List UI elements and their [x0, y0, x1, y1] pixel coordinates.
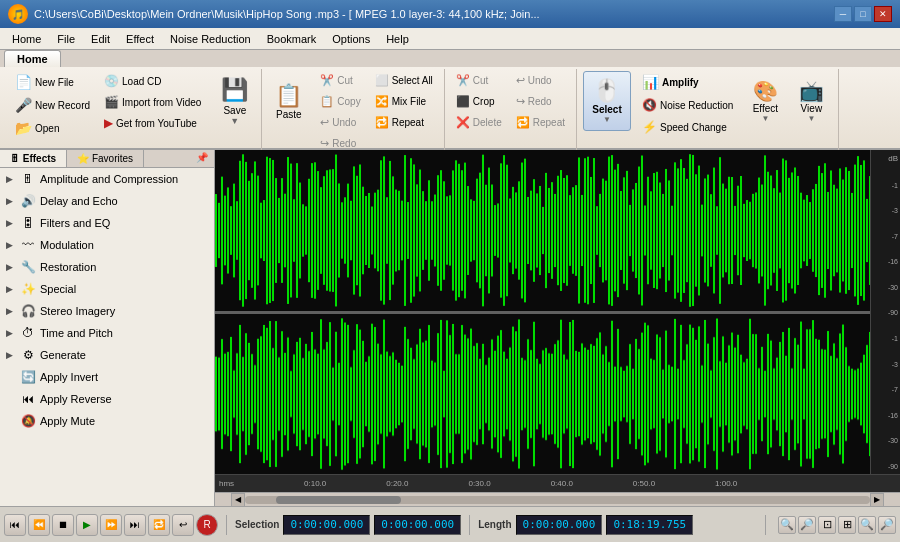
category-apply-reverse[interactable]: ⏮ Apply Reverse — [0, 388, 214, 410]
menu-help[interactable]: Help — [378, 31, 417, 47]
skip-forward-button[interactable]: ⏭ — [124, 514, 146, 536]
noise-reduction-button[interactable]: 🔇 Noise Reduction — [637, 95, 738, 115]
scroll-right-button[interactable]: ▶ — [870, 493, 884, 507]
scrollbar-horizontal[interactable]: ◀ ▶ — [215, 492, 900, 506]
category-amplitude[interactable]: ▶ 🎚 Amplitude and Compression — [0, 168, 214, 190]
length-end-field[interactable]: 0:18:19.755 — [606, 515, 693, 535]
expand-gen-icon: ▶ — [6, 350, 18, 360]
view-button[interactable]: 📺 View ▼ — [790, 71, 832, 131]
minimize-button[interactable]: ─ — [834, 6, 852, 22]
waveform-canvas[interactable] — [215, 150, 870, 474]
speed-change-button[interactable]: ⚡ Speed Change — [637, 117, 738, 137]
effects-list: ▶ 🎚 Amplitude and Compression ▶ 🔊 Delay … — [0, 168, 214, 506]
sidebar: 🎚 Effects ⭐ Favorites 📌 ▶ 🎚 Amplitude an… — [0, 150, 215, 506]
scroll-left-button[interactable]: ◀ — [231, 493, 245, 507]
undo-edit-button[interactable]: ↩ Undo — [511, 71, 570, 90]
category-apply-mute-label: Apply Mute — [40, 415, 95, 427]
stop-button[interactable]: ⏹ — [52, 514, 74, 536]
selection-start-field[interactable]: 0:00:00.000 — [283, 515, 370, 535]
loop2-button[interactable]: ↩ — [172, 514, 194, 536]
menu-effect[interactable]: Effect — [118, 31, 162, 47]
menu-file[interactable]: File — [49, 31, 83, 47]
select-all-button[interactable]: ⬜ Select All — [370, 71, 438, 90]
repeat-button[interactable]: 🔁 Repeat — [370, 113, 438, 132]
record-button[interactable]: R — [196, 514, 218, 536]
fast-back-button[interactable]: ⏪ — [28, 514, 50, 536]
category-stereo[interactable]: ▶ 🎧 Stereo Imagery — [0, 300, 214, 322]
delay-icon: 🔊 — [20, 193, 36, 209]
category-time-label: Time and Pitch — [40, 327, 113, 339]
menu-home[interactable]: Home — [4, 31, 49, 47]
menu-options[interactable]: Options — [324, 31, 378, 47]
scrollbar-thumb[interactable] — [276, 496, 401, 504]
new-record-button[interactable]: 🎤 New Record — [10, 94, 95, 116]
paste-button[interactable]: 📋 Paste — [268, 71, 309, 131]
close-button[interactable]: ✕ — [874, 6, 892, 22]
import-video-button[interactable]: 🎬 Import from Video — [99, 92, 206, 112]
mix-file-button[interactable]: 🔀 Mix File — [370, 92, 438, 111]
category-delay[interactable]: ▶ 🔊 Delay and Echo — [0, 190, 214, 212]
time-icon: ⏱ — [20, 325, 36, 341]
amplify-button[interactable]: 📊 Amplify — [637, 71, 738, 93]
save-button[interactable]: 💾 Save ▼ — [214, 71, 255, 131]
zoom-in-button[interactable]: 🔍 — [778, 516, 796, 534]
select-all-icon: ⬜ — [375, 74, 389, 87]
category-apply-invert[interactable]: 🔄 Apply Invert — [0, 366, 214, 388]
sidebar-pin-button[interactable]: 📌 — [190, 150, 214, 167]
load-cd-button[interactable]: 💿 Load CD — [99, 71, 206, 91]
new-file-icon: 📄 — [15, 74, 32, 90]
skip-back-button[interactable]: ⏮ — [4, 514, 26, 536]
loop-button[interactable]: 🔁 — [148, 514, 170, 536]
repeat-edit-button[interactable]: 🔁 Repeat — [511, 113, 570, 132]
redo-edit-button[interactable]: ↪ Redo — [511, 92, 570, 111]
paste-icon: 📋 — [275, 83, 302, 109]
maximize-button[interactable]: □ — [854, 6, 872, 22]
modulation-icon: 〰 — [20, 237, 36, 253]
new-file-button[interactable]: 📄 New File — [10, 71, 95, 93]
category-special[interactable]: ▶ ✨ Special — [0, 278, 214, 300]
category-restoration[interactable]: ▶ 🔧 Restoration — [0, 256, 214, 278]
menu-edit[interactable]: Edit — [83, 31, 118, 47]
status-sep1 — [226, 515, 227, 535]
category-time-pitch[interactable]: ▶ ⏱ Time and Pitch — [0, 322, 214, 344]
fast-forward-button[interactable]: ⏩ — [100, 514, 122, 536]
category-generate[interactable]: ▶ ⚙ Generate — [0, 344, 214, 366]
tab-effects[interactable]: 🎚 Effects — [0, 150, 67, 167]
effect-icon: 🎨 — [753, 79, 778, 103]
zoom-extra2[interactable]: 🔎 — [878, 516, 896, 534]
menu-bookmark[interactable]: Bookmark — [259, 31, 325, 47]
waveform-track-top[interactable] — [215, 150, 870, 311]
category-modulation-label: Modulation — [40, 239, 94, 251]
tab-favorites[interactable]: ⭐ Favorites — [67, 150, 144, 167]
get-youtube-icon: ▶ — [104, 116, 113, 130]
zoom-fit-button[interactable]: ⊡ — [818, 516, 836, 534]
cut-button[interactable]: ✂️ Cut — [315, 71, 365, 90]
effect-button[interactable]: 🎨 Effect ▼ — [744, 71, 786, 131]
open-button[interactable]: 📂 Open — [10, 117, 95, 139]
selection-end-field[interactable]: 0:00:00.000 — [374, 515, 461, 535]
get-youtube-button[interactable]: ▶ Get from YouTube — [99, 113, 206, 133]
tab-home[interactable]: Home — [4, 50, 61, 67]
db-label-1: -1 — [873, 182, 898, 189]
cut-edit-button[interactable]: ✂️ Cut — [451, 71, 507, 90]
waveform-track-bottom[interactable] — [215, 314, 870, 475]
redo-icon: ↪ — [320, 137, 329, 150]
ribbon-tabs: Home — [0, 50, 900, 67]
menu-noise-reduction[interactable]: Noise Reduction — [162, 31, 259, 47]
zoom-extra1[interactable]: 🔍 — [858, 516, 876, 534]
delete-button[interactable]: ❌ Delete — [451, 113, 507, 132]
expand-delay-icon: ▶ — [6, 196, 18, 206]
zoom-sel-button[interactable]: ⊞ — [838, 516, 856, 534]
length-start-field[interactable]: 0:00:00.000 — [516, 515, 603, 535]
category-modulation[interactable]: ▶ 〰 Modulation — [0, 234, 214, 256]
copy-button[interactable]: 📋 Copy — [315, 92, 365, 111]
select-button[interactable]: 🖱️ Select ▼ — [583, 71, 631, 131]
undo-button[interactable]: ↩ Undo — [315, 113, 365, 132]
play-button[interactable]: ▶ — [76, 514, 98, 536]
crop-button[interactable]: ⬛ Crop — [451, 92, 507, 111]
category-filters[interactable]: ▶ 🎛 Filters and EQ — [0, 212, 214, 234]
zoom-out-button[interactable]: 🔎 — [798, 516, 816, 534]
speed-change-icon: ⚡ — [642, 120, 657, 134]
category-apply-mute[interactable]: 🔕 Apply Mute — [0, 410, 214, 432]
scrollbar-track[interactable] — [245, 496, 870, 504]
